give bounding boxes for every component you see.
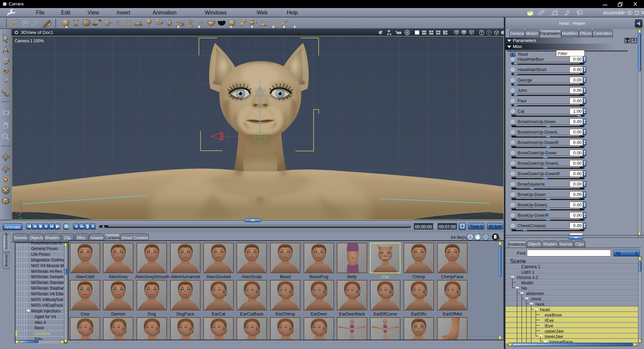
svg-text:T: T	[115, 19, 120, 27]
svg-text:x: x	[15, 210, 17, 214]
svg-text:Camera 1 100%: Camera 1 100%	[15, 39, 44, 43]
svg-text:z: z	[20, 199, 22, 203]
svg-text:AGr: AGr	[197, 20, 205, 26]
svg-text:-y: -y	[19, 216, 21, 219]
